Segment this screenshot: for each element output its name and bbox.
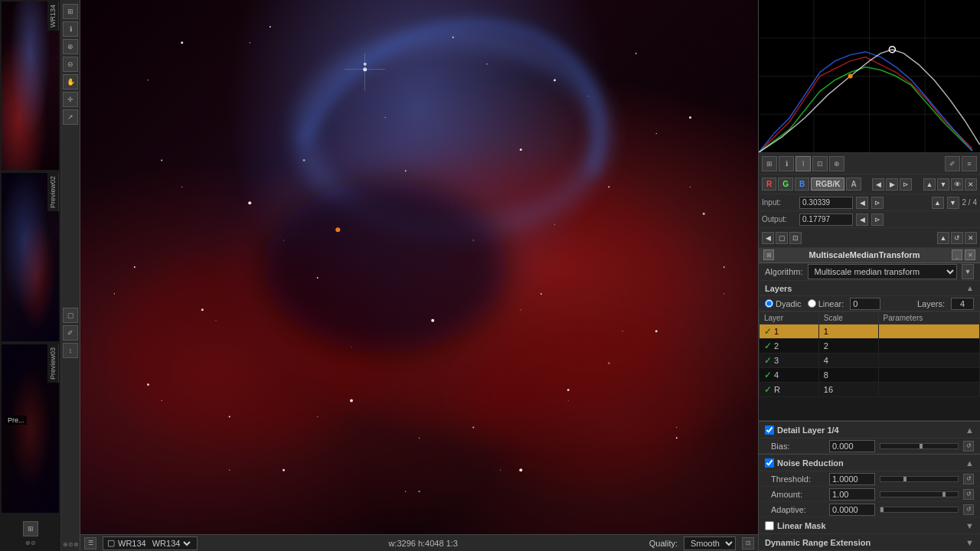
hist-tool-zoom[interactable]: ⊕ (829, 156, 844, 171)
mmt-icon[interactable]: ⊞ (763, 249, 774, 260)
input-value[interactable] (799, 197, 853, 209)
thumbnail-preview03[interactable]: Pre... Preview03 (2, 344, 59, 513)
table-row-layer-3[interactable]: ✓ 3 4 (760, 354, 980, 368)
input-prev-btn[interactable]: ◀ (856, 197, 868, 209)
input-down-btn[interactable]: ▼ (947, 197, 959, 209)
dynamic-range-expand-btn[interactable]: ▼ (965, 538, 974, 547)
thumbnail-preview02[interactable]: Preview02 (2, 173, 59, 341)
linear-mask-checkbox[interactable] (765, 521, 774, 530)
image-canvas[interactable] (80, 0, 758, 534)
status-menu-btn[interactable]: ☰ (84, 537, 96, 549)
tool-hand[interactable]: ✋ (63, 74, 78, 90)
detail-expand-btn[interactable]: ▲ (965, 425, 974, 435)
hist-nav-end[interactable]: ⊳ (900, 178, 912, 191)
linear-value-input[interactable] (850, 298, 880, 310)
hist-nav-right[interactable]: ▶ (886, 178, 898, 191)
table-row-layer-1[interactable]: ✓ 1 1 (760, 324, 980, 339)
tool-extra2[interactable]: ✐ (63, 325, 78, 341)
hist-close-btn[interactable]: ✕ (965, 178, 977, 191)
sidebar-tab-preview03[interactable]: Preview03 (47, 344, 59, 383)
adaptive-slider-thumb[interactable] (880, 507, 884, 513)
mmt-close-btn[interactable]: ✕ (965, 249, 975, 260)
input-end-btn[interactable]: ⊳ (871, 197, 884, 209)
sidebar-tool-btn-1[interactable]: ⊞ (23, 521, 38, 536)
hist-tool-curves[interactable]: ⌇ (795, 156, 811, 171)
output-prev-btn[interactable]: ◀ (856, 214, 868, 226)
mmt-minimize-btn[interactable]: _ (952, 249, 962, 260)
algo-arrow-btn[interactable]: ▼ (962, 264, 974, 279)
channel-rgb-btn[interactable]: RGB/K (811, 178, 844, 191)
adaptive-label: Adaptive: (771, 505, 825, 514)
hist-eye-btn[interactable]: 👁 (951, 178, 963, 191)
threshold-slider-thumb[interactable] (903, 476, 906, 482)
svg-point-18 (134, 266, 136, 268)
channel-g-btn[interactable]: G (778, 178, 793, 191)
tool-extra1[interactable]: ▢ (63, 308, 78, 323)
algo-select[interactable]: Multiscale median transform Wavelet tran… (808, 264, 957, 279)
detail-enabled-checkbox[interactable] (765, 425, 774, 435)
tool-arrow[interactable]: ↗ (63, 109, 78, 125)
hist-tool-table[interactable]: ≡ (962, 156, 977, 171)
status-extra-btn[interactable]: ⊡ (742, 537, 754, 549)
adaptive-input[interactable] (829, 504, 875, 516)
input-up-btn[interactable]: ▲ (932, 197, 944, 209)
output-end-btn[interactable]: ⊳ (871, 214, 884, 226)
hist-down-btn[interactable]: ▼ (937, 178, 949, 191)
amount-slider-thumb[interactable] (942, 491, 946, 497)
thumbnail-wr134[interactable]: WR134 (2, 2, 59, 170)
dyadic-radio[interactable] (765, 299, 773, 308)
svg-point-4 (263, 181, 508, 352)
tool-extra3[interactable]: ↕ (63, 343, 78, 358)
adaptive-slider[interactable] (880, 507, 959, 513)
channel-b-btn[interactable]: B (795, 178, 809, 191)
bias-slider[interactable] (880, 443, 959, 449)
status-filename-text: WR134 (118, 539, 146, 548)
linear-mask-expand-btn[interactable]: ▼ (965, 521, 974, 530)
channel-a-btn[interactable]: A (846, 178, 861, 191)
dyadic-radio-label[interactable]: Dyadic (765, 299, 802, 308)
threshold-slider[interactable] (880, 476, 959, 482)
hist-ctrl-1[interactable]: ◀ (762, 232, 774, 244)
linear-radio[interactable] (808, 299, 816, 308)
layers-count-input[interactable] (951, 298, 974, 310)
table-row-layer-4[interactable]: ✓ 4 8 (760, 368, 980, 383)
status-filename-dropdown[interactable]: WR134 (149, 538, 193, 549)
hist-ctrl-3[interactable]: ⊡ (789, 232, 802, 244)
hist-ctrl-reset[interactable]: ↺ (951, 232, 963, 244)
hist-tool-scale[interactable]: ⊡ (812, 156, 828, 171)
output-value[interactable] (799, 214, 853, 226)
histogram-svg (759, 0, 980, 152)
hist-tool-edit[interactable]: ✐ (945, 156, 960, 171)
hist-ctrl-close[interactable]: ✕ (965, 232, 977, 244)
hist-tool-info[interactable]: ℹ (779, 156, 794, 171)
noise-enabled-checkbox[interactable] (765, 458, 774, 468)
hist-ctrl-up[interactable]: ▲ (937, 232, 949, 244)
threshold-reset-btn[interactable]: ↺ (963, 474, 974, 484)
threshold-input[interactable] (829, 473, 875, 485)
tool-crosshair[interactable]: ✛ (63, 92, 78, 107)
layers-expand-btn[interactable]: ▲ (966, 284, 974, 292)
amount-input[interactable] (829, 488, 875, 500)
linear-radio-label[interactable]: Linear: (808, 299, 844, 308)
sidebar-tab-wr134[interactable]: WR134 (47, 2, 59, 31)
hist-up-btn[interactable]: ▲ (923, 178, 936, 191)
hist-nav-left[interactable]: ◀ (872, 178, 884, 191)
hist-tool-reset[interactable]: ⊞ (762, 156, 777, 171)
adaptive-reset-btn[interactable]: ↺ (963, 504, 974, 515)
bias-slider-thumb[interactable] (920, 443, 923, 449)
hist-ctrl-2[interactable]: ▢ (776, 232, 788, 244)
table-row-layer-r[interactable]: ✓ R 16 (760, 383, 980, 397)
tool-zoom-in[interactable]: ⊕ (63, 39, 78, 54)
channel-r-btn[interactable]: R (762, 178, 776, 191)
amount-reset-btn[interactable]: ↺ (963, 489, 974, 500)
bias-input[interactable] (829, 440, 875, 452)
sidebar-tab-preview02[interactable]: Preview02 (47, 173, 59, 211)
tool-info[interactable]: ℹ (63, 21, 78, 37)
tool-grid[interactable]: ⊞ (63, 4, 78, 19)
table-row-layer-2[interactable]: ✓ 2 2 (760, 339, 980, 354)
bias-reset-btn[interactable]: ↺ (963, 441, 974, 452)
amount-slider[interactable] (880, 491, 959, 497)
tool-zoom-out[interactable]: ⊖ (63, 57, 78, 72)
noise-expand-btn[interactable]: ▲ (965, 458, 974, 468)
quality-dropdown[interactable]: Smooth Fast Low (684, 536, 736, 550)
